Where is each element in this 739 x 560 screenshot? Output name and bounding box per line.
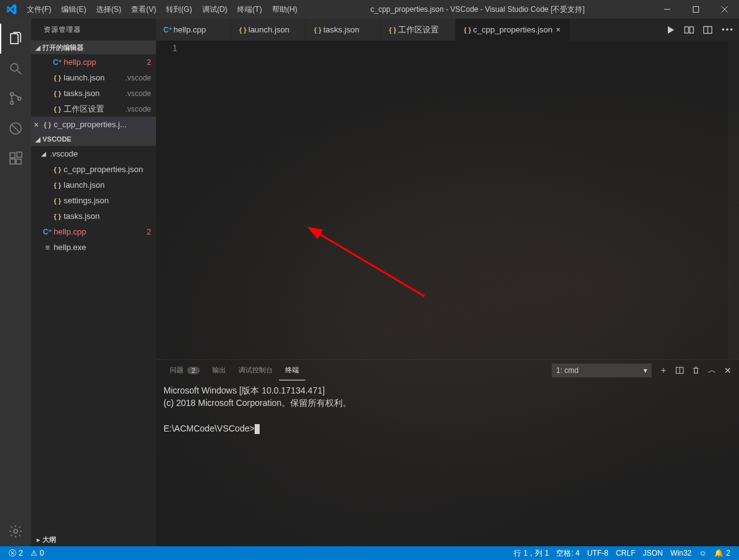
status-feedback-icon[interactable]: ☺: [695, 546, 710, 560]
file-row[interactable]: ≡hellp.exe: [31, 239, 156, 255]
menu-terminal[interactable]: 终端(T): [232, 0, 267, 19]
menu-view[interactable]: 查看(V): [126, 0, 161, 19]
maximize-button[interactable]: [682, 0, 710, 19]
search-icon[interactable]: [0, 54, 31, 84]
activity-bar: [0, 19, 31, 546]
cpp-icon: C⁺: [41, 228, 54, 236]
status-indent[interactable]: 空格: 4: [552, 546, 583, 560]
chevron-down-icon: ◢: [34, 136, 42, 143]
line-numbers: 1: [156, 41, 188, 359]
window-controls: [653, 0, 739, 19]
minimize-button[interactable]: [653, 0, 682, 19]
tab-launch-json[interactable]: { }launch.json: [231, 19, 306, 41]
svg-rect-11: [10, 153, 15, 158]
explorer-icon[interactable]: [0, 24, 31, 54]
menu-go[interactable]: 转到(G): [161, 0, 197, 19]
close-icon[interactable]: ×: [552, 25, 564, 34]
menu-help[interactable]: 帮助(H): [267, 0, 303, 19]
warning-icon: ⚠: [31, 549, 37, 558]
debug-icon[interactable]: [0, 113, 31, 143]
editor-body[interactable]: 1: [156, 41, 739, 359]
terminal-output[interactable]: Microsoft Windows [版本 10.0.17134.471] (c…: [156, 380, 739, 546]
exe-icon: ≡: [41, 243, 54, 252]
status-config[interactable]: Win32: [667, 546, 695, 560]
maximize-panel-icon[interactable]: ︿: [708, 365, 717, 376]
svg-rect-16: [685, 27, 688, 33]
svg-rect-17: [690, 27, 693, 33]
json-icon: { }: [41, 121, 54, 128]
editor-actions: •••: [660, 19, 739, 41]
settings-gear-icon[interactable]: [0, 516, 31, 546]
svg-point-4: [11, 64, 18, 71]
close-panel-icon[interactable]: ✕: [724, 365, 732, 375]
file-row[interactable]: { }settings.json: [31, 193, 156, 208]
close-button[interactable]: [710, 0, 739, 19]
error-icon: ⓧ: [9, 548, 16, 559]
svg-rect-12: [10, 159, 15, 164]
open-editor-item[interactable]: { }tasks.json.vscode: [31, 85, 156, 101]
workspace-header[interactable]: ◢VSCODE: [31, 132, 156, 146]
trash-icon[interactable]: [692, 366, 700, 375]
status-errors[interactable]: ⓧ2: [5, 546, 27, 560]
more-icon[interactable]: •••: [722, 25, 734, 34]
panel-tab-terminal[interactable]: 终端: [279, 360, 305, 380]
menu-file[interactable]: 文件(F): [22, 0, 56, 19]
open-editor-item[interactable]: { }工作区设置.vscode: [31, 101, 156, 117]
file-row[interactable]: { }launch.json: [31, 177, 156, 193]
status-language[interactable]: JSON: [639, 546, 667, 560]
problems-badge: 2: [187, 367, 200, 374]
open-editor-item[interactable]: ×{ }c_cpp_properties.j...: [31, 117, 156, 132]
json-icon: { }: [51, 197, 64, 205]
menu-edit[interactable]: 编辑(E): [56, 0, 91, 19]
code-content[interactable]: [188, 41, 728, 359]
extensions-icon[interactable]: [0, 143, 31, 173]
svg-rect-1: [693, 7, 699, 12]
status-cursor-position[interactable]: 行 1，列 1: [510, 546, 552, 560]
open-editor-item[interactable]: { }launch.json.vscode: [31, 70, 156, 85]
svg-line-10: [12, 125, 19, 132]
terminal-selector[interactable]: 1: cmd▾: [552, 364, 652, 377]
panel-tab-output[interactable]: 输出: [206, 360, 232, 380]
vscode-logo-icon: [0, 4, 22, 15]
open-editors-header[interactable]: ◢打开的编辑器: [31, 41, 156, 54]
status-encoding[interactable]: UTF-8: [584, 546, 612, 560]
window-title: c_cpp_properties.json - VSCode - Visual …: [302, 4, 653, 15]
svg-point-15: [14, 529, 17, 533]
menu-debug[interactable]: 调试(D): [197, 0, 233, 19]
folder-row[interactable]: ◢.vscode: [31, 146, 156, 162]
split-terminal-icon[interactable]: [675, 366, 684, 375]
tab-c-cpp-properties[interactable]: { }c_cpp_properties.json×: [456, 19, 570, 41]
file-row[interactable]: { }c_cpp_properties.json: [31, 162, 156, 177]
panel-tabs: 问题2 输出 调试控制台 终端 1: cmd▾ ＋ ︿ ✕: [156, 360, 739, 380]
status-eol[interactable]: CRLF: [612, 546, 639, 560]
tab-hellp-cpp[interactable]: C⁺hellp.cpp: [156, 19, 231, 41]
new-terminal-icon[interactable]: ＋: [659, 365, 668, 376]
outline-header[interactable]: ▸大纲: [31, 533, 156, 546]
chevron-down-icon: ◢: [41, 150, 50, 157]
tab-tasks-json[interactable]: { }tasks.json: [306, 19, 381, 41]
title-bar: 文件(F) 编辑(E) 选择(S) 查看(V) 转到(G) 调试(D) 终端(T…: [0, 0, 739, 19]
panel-tab-debug-console[interactable]: 调试控制台: [232, 360, 279, 380]
open-editors-list: C⁺hellp.cpp2 { }launch.json.vscode { }ta…: [31, 54, 156, 132]
split-editor-icon[interactable]: [703, 25, 713, 35]
sidebar-title: 资源管理器: [31, 19, 156, 41]
json-icon: { }: [51, 166, 64, 173]
minimap[interactable]: [728, 41, 739, 359]
status-warnings[interactable]: ⚠0: [27, 546, 48, 560]
cpp-icon: C⁺: [51, 58, 64, 67]
file-row[interactable]: { }tasks.json: [31, 208, 156, 224]
svg-line-5: [17, 70, 21, 74]
chevron-down-icon: ◢: [34, 44, 42, 51]
status-notifications[interactable]: 🔔2: [710, 546, 734, 560]
menu-selection[interactable]: 选择(S): [91, 0, 126, 19]
panel-tab-problems[interactable]: 问题2: [164, 360, 206, 380]
source-control-icon[interactable]: [0, 84, 31, 113]
json-icon: { }: [237, 26, 248, 34]
diff-icon[interactable]: [684, 25, 694, 35]
file-row[interactable]: C⁺hellp.cpp2: [31, 224, 156, 239]
run-icon[interactable]: [665, 25, 675, 35]
close-icon[interactable]: ×: [31, 120, 41, 130]
svg-rect-13: [16, 159, 21, 164]
open-editor-item[interactable]: C⁺hellp.cpp2: [31, 54, 156, 70]
tab-workspace-settings[interactable]: { }工作区设置: [381, 19, 456, 41]
